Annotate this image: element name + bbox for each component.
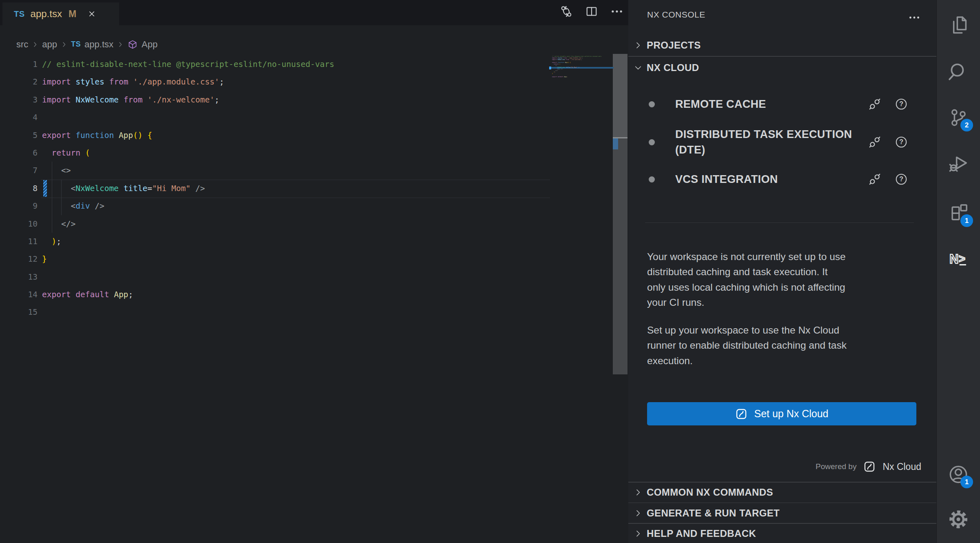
cube-icon [127,39,138,50]
line-number: 1 [0,56,38,73]
code-editor[interactable]: 1// eslint-disable-next-line @typescript… [0,56,551,321]
chevron-down-icon [633,63,643,73]
minimap[interactable]: // eslint-disable-next-line @typescript-… [552,56,613,85]
open-changes-icon[interactable] [559,4,574,19]
powered-by-label: Powered by [816,462,856,471]
line-number: 15 [0,303,38,321]
activity-bar-item-accounts[interactable]: 1 [947,463,970,486]
plug-icon[interactable] [867,171,882,187]
chevron-right-icon [633,529,643,539]
setup-nx-cloud-button[interactable]: Set up Nx Cloud [647,402,916,425]
code-line-15[interactable]: 15 [0,303,551,321]
breadcrumb-item-app-tsx[interactable]: app.tsx [84,39,113,50]
nx-cloud-description-2: Set up your workspace to use the Nx Clou… [647,323,929,368]
section-common-nx-commands[interactable]: COMMON NX COMMANDS [628,483,936,503]
close-icon[interactable] [87,9,97,19]
line-number: 3 [0,91,38,109]
code-line-12[interactable]: 12} [0,250,551,268]
editor-scrollbar[interactable] [613,54,627,374]
breadcrumb-sep-icon [32,41,38,48]
code-line-9[interactable]: 9 <div /> [0,197,551,215]
section-projects[interactable]: PROJECTS [628,34,941,56]
code-line-1[interactable]: 1// eslint-disable-next-line @typescript… [0,56,551,73]
help-icon[interactable]: ? [894,97,908,111]
line-number: 6 [0,144,38,162]
activity-bar: 21N>1 [936,0,980,543]
activity-bar-item-explorer[interactable] [947,14,970,37]
help-icon[interactable]: ? [894,172,908,186]
powered-by-brand[interactable]: Nx Cloud [882,461,921,472]
code-line-13[interactable]: 13 [0,268,551,286]
line-number: 5 [0,127,38,144]
minimap-line [552,78,613,80]
badge: 1 [960,214,973,227]
line-number: 14 [0,286,38,303]
feature-row-distributed-task-execution-dte-: DISTRIBUTED TASK EXECUTION (DTE)? [628,127,936,158]
code-line-2[interactable]: 2import styles from './app.module.css'; [0,73,551,91]
line-number: 12 [0,250,38,268]
panel-title: NX CONSOLE [647,10,705,20]
code-line-6[interactable]: 6 return ( [0,144,551,162]
activity-bar-item-settings[interactable] [947,508,970,531]
code-line-7[interactable]: 7 <> [0,162,551,179]
activity-bar-item-search[interactable] [947,60,970,83]
feature-row-remote-cache: REMOTE CACHE? [628,94,936,114]
nx-console-panel: NX CONSOLE PROJECTS NX CLOUD REMOTE CACH… [628,0,936,543]
svg-text:?: ? [899,176,903,182]
chevron-right-icon [633,508,643,518]
section-label: GENERATE & RUN TARGET [647,507,780,519]
overview-ruler-modified-marker [613,138,618,149]
code-line-11[interactable]: 11 ); [0,233,551,250]
scrollbar-slider[interactable] [613,54,627,137]
plug-icon[interactable] [867,134,882,150]
split-editor-icon[interactable] [584,4,599,19]
vscode-window: TS app.tsx M srcappTSapp.tsxApp 1// esli… [0,0,980,543]
status-bullet-icon [649,101,655,107]
breadcrumb-item-src[interactable]: src [16,39,28,50]
code-line-5[interactable]: 5export function App() { [0,127,551,144]
nx-cloud-logo-icon [863,460,876,473]
editor-area: TS app.tsx M srcappTSapp.tsxApp 1// esli… [0,0,628,543]
editor-toolbar [543,4,624,19]
breadcrumb-item-app[interactable]: app [42,39,57,50]
section-nx-cloud[interactable]: NX CLOUD [628,56,941,79]
code-line-3[interactable]: 3import NxWelcome from './nx-welcome'; [0,91,551,109]
activity-bar-item-run-and-debug[interactable] [947,152,970,175]
line-number: 9 [0,197,38,215]
typescript-file-icon: TS [14,9,25,19]
svg-text:N: N [949,252,958,266]
code-line-4[interactable]: 4 [0,109,551,126]
activity-bar-item-source-control[interactable]: 2 [947,106,970,129]
minimap-modified-marker [549,67,551,69]
tab-app-tsx[interactable]: TS app.tsx M [2,2,119,25]
more-actions-icon[interactable] [907,11,921,24]
section-projects-label: PROJECTS [647,40,701,51]
code-line-8[interactable]: 8 <NxWelcome title="Hi Mom" /> [0,180,551,197]
line-number: 8 [0,180,38,197]
help-icon[interactable]: ? [894,135,908,149]
git-modified-gutter-marker [43,180,47,197]
breadcrumb-sep-icon [117,41,124,48]
section-generate-run-target[interactable]: GENERATE & RUN TARGET [628,503,936,523]
section-help-and-feedback[interactable]: HELP AND FEEDBACK [628,524,936,543]
more-actions-icon[interactable] [610,4,624,19]
breadcrumb-sep-icon [61,41,67,48]
feature-row-vcs-integration: VCS INTEGRATION? [628,169,936,189]
breadcrumb-item-app[interactable]: App [142,39,157,50]
line-number: 10 [0,215,38,233]
code-line-14[interactable]: 14export default App; [0,286,551,303]
code-line-10[interactable]: 10 </> [0,215,551,233]
svg-text:>: > [959,252,965,265]
typescript-file-icon: TS [71,40,81,49]
badge: 1 [960,476,973,488]
activity-bar-item-extensions[interactable]: 1 [947,202,970,225]
section-label: HELP AND FEEDBACK [647,528,756,539]
line-number: 11 [0,233,38,250]
activity-bar-item-nx-console[interactable]: N> [947,247,970,270]
feature-label: DISTRIBUTED TASK EXECUTION (DTE) [675,127,855,158]
plug-icon[interactable] [867,96,882,112]
line-number: 13 [0,268,38,286]
svg-text:?: ? [899,100,903,107]
bottom-sections: COMMON NX COMMANDSGENERATE & RUN TARGETH… [628,482,936,543]
line-number: 7 [0,162,38,179]
